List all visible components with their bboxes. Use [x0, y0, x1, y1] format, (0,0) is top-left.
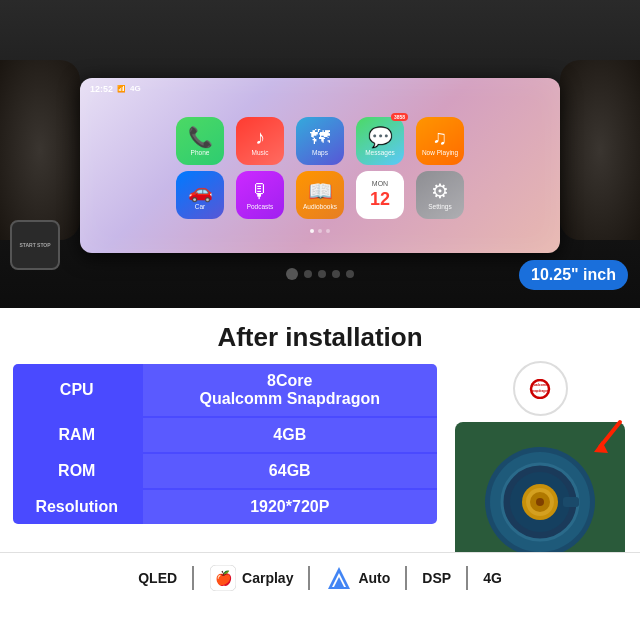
dashboard-left	[0, 60, 80, 240]
feature-4g: 4G	[468, 570, 517, 586]
spec-value-ram: 4GB	[142, 417, 439, 453]
app-music-wrapper[interactable]: ♪ Music	[236, 117, 284, 165]
feature-qled: QLED	[123, 570, 192, 586]
phone-label: Phone	[191, 149, 210, 156]
app-audiobooks[interactable]: 📖 Audiobooks	[296, 171, 344, 219]
spec-row-rom: ROM 64GB	[12, 453, 439, 489]
svg-text:Qualcomm: Qualcomm	[531, 383, 549, 387]
spec-label-resolution: Resolution	[12, 489, 142, 526]
settings-label: Settings	[428, 203, 452, 210]
car-icon: 🚗	[188, 181, 213, 201]
app-maps[interactable]: 🗺 Maps	[296, 117, 344, 165]
car-label: Car	[195, 203, 205, 210]
dot-3	[326, 229, 330, 233]
app-maps-wrapper[interactable]: 🗺 Maps	[296, 117, 344, 165]
app-car[interactable]: 🚗 Car	[176, 171, 224, 219]
spec-value-resolution: 1920*720P	[142, 489, 439, 526]
spec-row-resolution: Resolution 1920*720P	[12, 489, 439, 526]
svg-rect-13	[563, 497, 579, 507]
app-settings[interactable]: ⚙ Settings	[416, 171, 464, 219]
4g-label: 4G	[483, 570, 502, 586]
status-4g: 4G	[130, 84, 141, 93]
phone-icon: 📞	[188, 127, 213, 147]
spec-label-ram: RAM	[12, 417, 142, 453]
messages-badge: 3858	[391, 113, 408, 121]
messages-icon: 💬	[368, 127, 393, 147]
app-podcasts-wrapper[interactable]: 🎙 Podcasts	[236, 171, 284, 219]
music-icon: ♪	[255, 127, 265, 147]
playing-icon: ♫	[433, 127, 448, 147]
podcasts-icon: 🎙	[250, 181, 270, 201]
lower-section: After installation CPU 8CoreQualcomm Sna…	[0, 308, 640, 602]
svg-text:🍎: 🍎	[215, 570, 233, 587]
maps-label: Maps	[312, 149, 328, 156]
calendar-date: 12	[370, 189, 390, 210]
app-messages[interactable]: 💬 Messages	[356, 117, 404, 165]
app-audiobooks-wrapper[interactable]: 📖 Audiobooks	[296, 171, 344, 219]
spec-row-ram: RAM 4GB	[12, 417, 439, 453]
app-music[interactable]: ♪ Music	[236, 117, 284, 165]
main-layout: 12:52 📶 4G 📞 Phone ♪ Mu	[0, 0, 640, 640]
spec-row-cpu: CPU 8CoreQualcomm Snapdragon	[12, 363, 439, 418]
messages-label: Messages	[365, 149, 395, 156]
feature-carplay: 🍎 Carplay	[194, 564, 308, 592]
app-playing-wrapper[interactable]: ♫ Now Playing	[416, 117, 464, 165]
arrow-svg	[580, 417, 630, 467]
settings-icon: ⚙	[431, 181, 449, 201]
spec-label-rom: ROM	[12, 453, 142, 489]
app-settings-wrapper[interactable]: ⚙ Settings	[416, 171, 464, 219]
size-badge: 10.25" inch	[519, 260, 628, 290]
app-phone[interactable]: 📞 Phone	[176, 117, 224, 165]
playing-label: Now Playing	[422, 149, 458, 156]
calendar-day: MON	[372, 180, 388, 187]
svg-text:snapdragon: snapdragon	[531, 389, 548, 393]
specs-table: CPU 8CoreQualcomm Snapdragon RAM 4GB ROM…	[10, 361, 440, 527]
bottom-feature-bar: QLED 🍎 Carplay	[0, 552, 640, 602]
maps-icon: 🗺	[310, 127, 330, 147]
app-calendar[interactable]: MON 12	[356, 171, 404, 219]
podcasts-label: Podcasts	[247, 203, 274, 210]
music-label: Music	[252, 149, 269, 156]
start-stop-button[interactable]: START STOP	[10, 220, 60, 270]
svg-point-12	[536, 498, 544, 506]
spec-value-cpu: 8CoreQualcomm Snapdragon	[142, 363, 439, 418]
app-car-wrapper[interactable]: 🚗 Car	[176, 171, 224, 219]
app-row-2: 🚗 Car 🎙 Podcasts 📖 Audiobooks	[176, 171, 464, 219]
red-arrow	[580, 417, 630, 471]
spec-value-rom: 64GB	[142, 453, 439, 489]
dot-1	[310, 229, 314, 233]
dot-2	[318, 229, 322, 233]
dashboard-right	[560, 60, 640, 240]
qled-label: QLED	[138, 570, 177, 586]
status-signal: 📶	[117, 85, 126, 93]
carplay-icon: 🍎	[209, 564, 237, 592]
audiobooks-icon: 📖	[308, 181, 333, 201]
feature-dsp: DSP	[407, 570, 466, 586]
app-now-playing[interactable]: ♫ Now Playing	[416, 117, 464, 165]
spec-label-cpu: CPU	[12, 363, 142, 418]
qualcomm-logo: Qualcomm snapdragon	[513, 361, 568, 416]
app-grid: 📞 Phone ♪ Music 🗺 Maps	[176, 117, 464, 233]
carplay-label: Carplay	[242, 570, 293, 586]
app-calendar-wrapper[interactable]: MON 12	[356, 171, 404, 219]
status-time: 12:52	[90, 84, 113, 94]
specs-section: CPU 8CoreQualcomm Snapdragon RAM 4GB ROM…	[10, 361, 440, 527]
section-title: After installation	[0, 312, 640, 361]
app-messages-wrapper[interactable]: 💬 Messages 3858	[356, 117, 404, 165]
app-row-1: 📞 Phone ♪ Music 🗺 Maps	[176, 117, 464, 165]
dsp-label: DSP	[422, 570, 451, 586]
feature-auto: Auto	[310, 564, 405, 592]
status-bar: 12:52 📶 4G	[90, 84, 141, 94]
android-auto-icon	[325, 564, 353, 592]
page-dots	[310, 229, 330, 233]
qualcomm-svg: Qualcomm snapdragon	[521, 379, 559, 399]
auto-label: Auto	[358, 570, 390, 586]
app-podcasts[interactable]: 🎙 Podcasts	[236, 171, 284, 219]
audiobooks-label: Audiobooks	[303, 203, 337, 210]
infotainment-screen: 12:52 📶 4G 📞 Phone ♪ Mu	[80, 78, 560, 253]
app-phone-wrapper[interactable]: 📞 Phone	[176, 117, 224, 165]
